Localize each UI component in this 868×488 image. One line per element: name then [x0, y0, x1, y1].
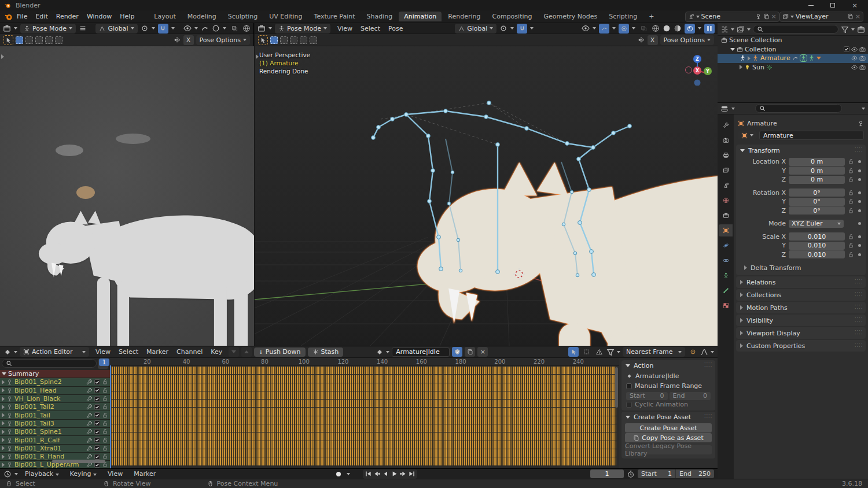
keyframe-row-bip001-spine1[interactable] — [110, 424, 616, 432]
pause-render-button[interactable] — [704, 24, 715, 34]
viewport-left-canvas[interactable] — [0, 46, 254, 346]
pose-options-dropdown[interactable]: Pose Options — [660, 35, 714, 45]
workspace-tab-layout[interactable]: Layout — [149, 12, 181, 21]
expand-icon[interactable] — [2, 388, 5, 393]
app-menu-render[interactable]: Render — [52, 13, 83, 20]
snap-target-icon[interactable] — [499, 24, 507, 32]
channel-enable-checkbox[interactable] — [94, 420, 100, 426]
scene-selector[interactable]: Scene × — [685, 12, 779, 22]
end-frame-field[interactable]: End0 — [670, 392, 711, 400]
fake-user-shield-button[interactable] — [452, 347, 462, 357]
properties-tab-view-layer[interactable] — [719, 164, 733, 176]
panel-collections[interactable]: Collections········ — [736, 289, 866, 301]
hide-eye-icon[interactable] — [851, 55, 858, 61]
zoom-icon[interactable] — [703, 88, 712, 97]
pin-icon[interactable] — [755, 13, 762, 20]
xray-toggle[interactable] — [638, 24, 649, 34]
mode-selector[interactable]: Pose Mode — [20, 24, 76, 34]
remove-view-layer-icon[interactable]: × — [855, 13, 860, 20]
hamburger-menu-icon[interactable] — [79, 24, 87, 32]
snap-target-icon[interactable] — [141, 24, 149, 32]
hide-channels-toggle[interactable] — [581, 347, 591, 357]
expand-icon[interactable] — [740, 65, 742, 69]
workspace-tab-rendering[interactable]: Rendering — [443, 12, 486, 21]
object-type-dropdown[interactable] — [738, 131, 757, 140]
action-name-field[interactable]: Armature|Idle — [392, 347, 450, 357]
transform-value-y[interactable]: 0° — [789, 198, 845, 206]
channel-enable-checkbox[interactable] — [94, 454, 100, 460]
push-down-button[interactable]: ↓Push Down — [254, 347, 305, 357]
outliner-row-armature[interactable]: Armature — [718, 54, 868, 63]
keyframe-row-bip001-head[interactable] — [110, 383, 616, 391]
panel-grip-icon[interactable]: ········ — [855, 317, 862, 324]
app-menu-window[interactable]: Window — [83, 13, 116, 20]
select-mode-intersect[interactable] — [310, 36, 317, 44]
channel-h-scrollbar[interactable] — [52, 460, 105, 463]
properties-tab-world[interactable] — [719, 194, 733, 206]
move-down-button[interactable] — [229, 347, 239, 357]
select-mode-extend[interactable] — [25, 36, 33, 44]
animate-dot[interactable] — [858, 169, 861, 172]
hide-eye-icon[interactable] — [851, 64, 858, 71]
properties-tab-render[interactable] — [719, 134, 733, 146]
channel-enable-checkbox[interactable] — [94, 445, 100, 451]
expand-icon[interactable] — [730, 48, 735, 51]
panel-grip-icon[interactable]: ········ — [855, 342, 862, 349]
editor-type-icon[interactable] — [3, 348, 12, 356]
proportional-edit-toggle[interactable] — [687, 347, 698, 357]
active-tool-tweak[interactable] — [3, 35, 13, 45]
expand-icon[interactable] — [2, 372, 6, 375]
filter-icon[interactable] — [841, 25, 849, 34]
mirror-x-toggle[interactable]: X — [648, 35, 658, 45]
new-action-button[interactable] — [465, 347, 475, 357]
properties-tab-texture[interactable] — [719, 300, 733, 312]
viewport-right-canvas[interactable]: User Perspective (1) Armature Rendering … — [255, 46, 718, 346]
delta-transform-panel[interactable]: Delta Transform — [736, 264, 866, 275]
toolbar-expand-arrow[interactable] — [1, 53, 4, 61]
outliner-row-collection[interactable]: Collection — [718, 45, 868, 54]
panel-grip-icon[interactable]: ········ — [855, 279, 862, 286]
expand-icon[interactable] — [2, 430, 5, 434]
channel-vh-lion-black[interactable]: VH_Lion_Black — [0, 395, 110, 403]
panel-viewport-display[interactable]: Viewport Display········ — [736, 327, 866, 339]
new-view-layer-icon[interactable] — [847, 13, 854, 20]
workspace-tab-texture-paint[interactable]: Texture Paint — [309, 12, 361, 21]
show-errors-toggle[interactable] — [594, 347, 604, 357]
app-menu-help[interactable]: Help — [116, 13, 138, 20]
transform-value-y[interactable]: 0 m — [789, 167, 845, 175]
transform-value-scale-x[interactable]: 0.010 — [789, 232, 845, 241]
current-frame-badge[interactable]: 1 — [99, 358, 109, 366]
animate-dot[interactable] — [858, 209, 861, 212]
keyframe-row-bip001-xtra01[interactable] — [110, 441, 616, 449]
pose-asset-panel-header[interactable]: Create Pose Asset········ — [621, 412, 715, 422]
select-mode-new[interactable] — [270, 36, 278, 44]
channel-enable-checkbox[interactable] — [94, 412, 100, 418]
workspace-tab-uv-editing[interactable]: UV Editing — [264, 12, 307, 21]
play-reverse-button[interactable] — [381, 470, 390, 478]
properties-search[interactable] — [755, 104, 842, 113]
playhead-line[interactable] — [110, 365, 111, 468]
keyframe-row-summary[interactable] — [110, 367, 616, 374]
transform-value-rotation-x[interactable]: 0° — [789, 188, 845, 197]
select-mode-subtract[interactable] — [35, 36, 43, 44]
show-overlays-toggle[interactable] — [619, 24, 629, 34]
show-gizmo-icon[interactable] — [201, 24, 209, 32]
animate-dot[interactable] — [858, 191, 861, 194]
mode-selector[interactable]: Pose Mode — [275, 24, 330, 34]
dope-menu-key[interactable]: Key — [207, 348, 226, 356]
timeline-editor-icon[interactable] — [3, 470, 12, 478]
new-collection-icon[interactable] — [857, 25, 865, 34]
jump-to-start-button[interactable] — [364, 470, 373, 478]
workspace-tab-shading[interactable]: Shading — [362, 12, 398, 21]
ortho-grid-icon[interactable] — [703, 129, 712, 138]
outliner-row-scene-collection[interactable]: Scene Collection — [718, 36, 868, 45]
object-name-field[interactable]: Armature — [759, 131, 864, 140]
transform-orientation-selector[interactable]: Global — [95, 24, 137, 34]
xray-toggle[interactable] — [229, 24, 240, 34]
app-menu-file[interactable]: File — [13, 13, 31, 20]
transform-value-y[interactable]: 0.010 — [789, 242, 845, 250]
workspace-tab-[interactable]: + — [643, 12, 659, 21]
channel-bip001-xtra01[interactable]: Bip001_Xtra01 — [0, 445, 110, 453]
view-layer-selector[interactable]: ViewLayer × — [779, 12, 863, 22]
active-tool-tweak[interactable] — [258, 35, 268, 45]
